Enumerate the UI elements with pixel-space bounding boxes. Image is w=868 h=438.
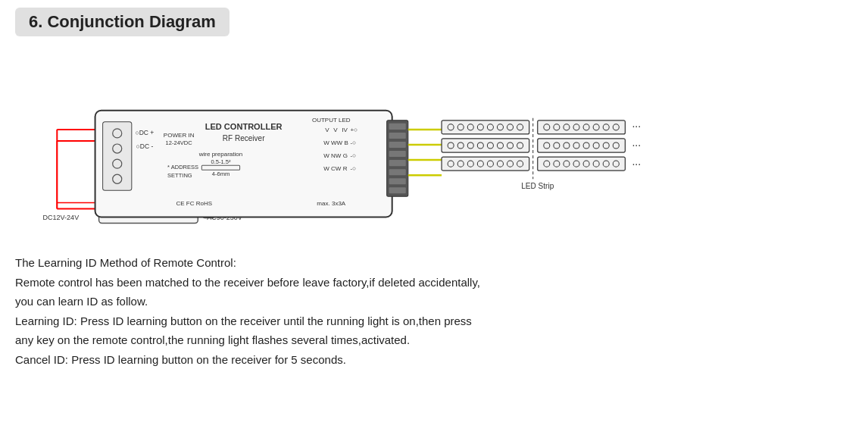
svg-text:4-6mm: 4-6mm <box>212 171 229 177</box>
svg-rect-50 <box>389 160 406 166</box>
svg-text:RF Receiver: RF Receiver <box>223 134 265 142</box>
svg-text:LED Strip: LED Strip <box>521 182 554 190</box>
svg-text:V: V <box>325 127 329 133</box>
svg-text:···: ··· <box>632 120 641 132</box>
text-section: The Learning ID Method of Remote Control… <box>15 253 848 369</box>
svg-text:···: ··· <box>632 139 641 151</box>
svg-text:IV: IV <box>342 127 348 133</box>
svg-rect-53 <box>389 187 406 193</box>
text-line1: The Learning ID Method of Remote Control… <box>15 253 848 273</box>
text-line5: any key on the remote control,the runnin… <box>15 330 848 350</box>
svg-text:V: V <box>333 127 338 133</box>
svg-rect-76 <box>442 157 529 171</box>
svg-rect-104 <box>538 157 626 171</box>
svg-rect-52 <box>389 178 406 184</box>
svg-text:W CW R: W CW R <box>323 165 347 172</box>
svg-text:-○: -○ <box>350 165 356 172</box>
svg-text:wire preparation: wire preparation <box>198 151 243 158</box>
svg-rect-48 <box>389 142 406 148</box>
svg-text:-○: -○ <box>350 152 356 159</box>
svg-rect-51 <box>389 169 406 175</box>
svg-rect-46 <box>389 124 406 130</box>
text-line2: Remote control has been matched to the r… <box>15 273 848 293</box>
svg-rect-95 <box>538 139 626 152</box>
svg-text:W NW G: W NW G <box>323 152 348 159</box>
svg-text:○DC -: ○DC - <box>136 142 154 150</box>
svg-text:W WW B: W WW B <box>323 139 348 146</box>
svg-rect-58 <box>442 120 529 134</box>
svg-text:···: ··· <box>632 158 641 170</box>
svg-text:-○: -○ <box>350 139 356 146</box>
text-line3: you can learn ID as follow. <box>15 292 848 311</box>
svg-text:* ADDRESS: * ADDRESS <box>167 164 198 171</box>
svg-rect-49 <box>389 151 406 157</box>
svg-text:SETTING: SETTING <box>167 172 192 179</box>
svg-text:OUTPUT LED: OUTPUT LED <box>312 117 351 124</box>
svg-text:+○: +○ <box>350 127 358 133</box>
conjunction-diagram: CONSTANT VOLTAGE POWER SUPPLY DC12V-24V … <box>15 50 853 239</box>
svg-rect-45 <box>387 120 408 197</box>
svg-text:DC12V-24V: DC12V-24V <box>42 214 79 221</box>
svg-text:max. 3x3A: max. 3x3A <box>317 200 346 207</box>
svg-text:CE FC RoHS: CE FC RoHS <box>176 200 212 207</box>
svg-text:○DC +: ○DC + <box>136 129 155 136</box>
svg-text:POWER IN: POWER IN <box>164 132 195 139</box>
text-line4: Learning ID: Press ID learning button on… <box>15 311 848 331</box>
svg-text:12-24VDC: 12-24VDC <box>166 139 193 146</box>
svg-rect-15 <box>103 122 132 190</box>
svg-rect-67 <box>442 139 529 152</box>
svg-text:LED CONTROLLER: LED CONTROLLER <box>205 122 283 131</box>
section-title: 6. Conjunction Diagram <box>15 8 229 36</box>
svg-rect-47 <box>389 133 406 139</box>
svg-rect-86 <box>538 120 626 134</box>
text-line6: Cancel ID: Press ID learning button on t… <box>15 350 848 370</box>
svg-text:0.5-1.5²: 0.5-1.5² <box>211 158 230 165</box>
